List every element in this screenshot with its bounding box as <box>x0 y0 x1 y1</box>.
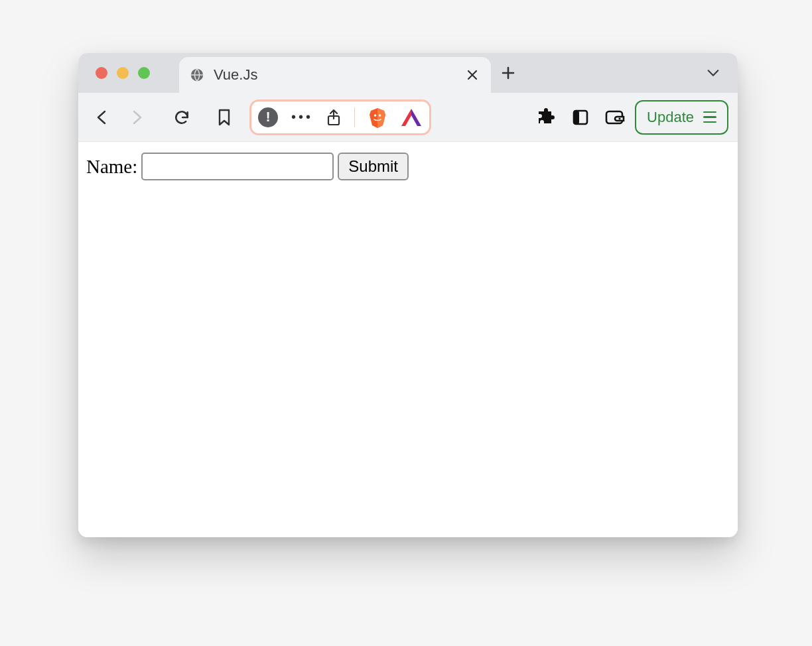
extensions-button[interactable] <box>531 103 561 132</box>
bat-rewards-icon[interactable] <box>400 107 423 127</box>
close-tab-button[interactable] <box>463 66 482 84</box>
back-button[interactable] <box>88 103 117 132</box>
reload-button[interactable] <box>167 103 196 132</box>
page-content: Name: Submit <box>78 142 738 537</box>
browser-window: Vue.Js ! ••• <box>78 53 738 537</box>
browser-tab[interactable]: Vue.Js <box>179 57 491 93</box>
share-icon[interactable] <box>326 108 341 127</box>
forward-button[interactable] <box>122 103 151 132</box>
tabs-overflow-button[interactable] <box>699 59 727 87</box>
sidebar-toggle-button[interactable] <box>566 103 595 132</box>
tab-strip: Vue.Js <box>78 53 738 93</box>
tab-title: Vue.Js <box>214 66 454 84</box>
name-input[interactable] <box>141 153 334 180</box>
bookmark-button[interactable] <box>210 103 239 132</box>
brave-shields-icon[interactable] <box>368 107 387 128</box>
minimize-window-button[interactable] <box>117 67 129 79</box>
toolbar: ! ••• Update <box>78 93 738 142</box>
site-info-icon[interactable]: ! <box>258 107 278 127</box>
maximize-window-button[interactable] <box>138 67 150 79</box>
divider <box>354 107 355 127</box>
window-controls <box>78 67 150 79</box>
svg-rect-5 <box>574 111 579 124</box>
name-form: Name: Submit <box>86 153 730 180</box>
submit-button[interactable]: Submit <box>338 153 409 180</box>
update-button[interactable]: Update <box>635 100 728 135</box>
svg-point-7 <box>618 117 620 119</box>
update-label: Update <box>647 109 694 126</box>
svg-point-3 <box>379 114 381 117</box>
site-settings-button[interactable]: ••• <box>291 109 313 125</box>
close-window-button[interactable] <box>96 67 107 79</box>
address-bar[interactable]: ! ••• <box>249 99 431 135</box>
svg-point-2 <box>374 114 377 117</box>
menu-icon <box>703 111 716 123</box>
new-tab-button[interactable] <box>491 57 525 89</box>
globe-icon <box>190 68 204 82</box>
wallet-button[interactable] <box>600 103 630 132</box>
name-label: Name: <box>86 156 137 178</box>
